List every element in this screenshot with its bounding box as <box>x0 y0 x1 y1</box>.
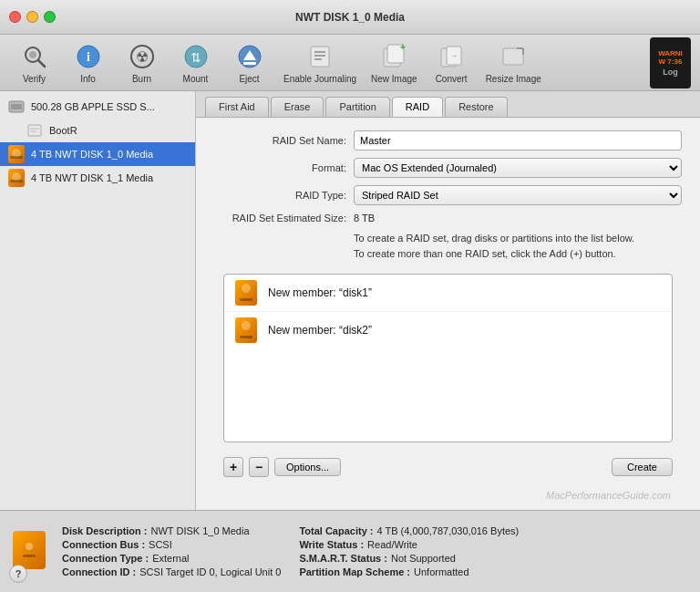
remove-member-button[interactable]: − <box>249 457 269 477</box>
format-select[interactable]: Mac OS Extended (Journaled) <box>354 158 682 178</box>
convert-label: Convert <box>436 74 468 84</box>
svg-rect-11 <box>243 62 256 65</box>
burn-icon: ☢ <box>128 42 157 71</box>
raid-type-row: RAID Type: Striped RAID Set <box>214 185 682 205</box>
disk2-member-icon <box>233 317 259 343</box>
status-desc-field: Disk Description : NWT DISK 1_0 Media <box>62 525 281 536</box>
log-button[interactable]: WARNI W 7:36 Log <box>650 37 691 88</box>
format-label: Format: <box>214 162 346 173</box>
verify-button[interactable]: Verify <box>9 37 59 88</box>
tab-erase[interactable]: Erase <box>271 97 324 117</box>
type-value: External <box>152 553 189 564</box>
status-id-field: Connection ID : SCSI Target ID 0, Logica… <box>62 566 281 577</box>
minimize-button[interactable] <box>26 11 38 23</box>
help-button[interactable]: ? <box>9 565 27 583</box>
resize-image-label: Resize Image <box>486 74 541 84</box>
log-label: Log <box>663 68 678 77</box>
burn-button[interactable]: ☢ Burn <box>117 37 167 88</box>
svg-text:☢: ☢ <box>136 49 149 65</box>
disk2-icon <box>7 169 26 187</box>
convert-icon: → <box>437 42 466 71</box>
log-warn: WARNI <box>658 49 683 57</box>
eject-button[interactable]: Eject <box>224 37 274 88</box>
status-info: Disk Description : NWT DISK 1_0 Media Co… <box>62 525 687 577</box>
create-button[interactable]: Create <box>612 458 673 476</box>
resize-image-button[interactable]: Resize Image <box>480 37 547 88</box>
id-value: SCSI Target ID 0, Logical Unit 0 <box>139 566 281 577</box>
raid-desc-line1: To create a RAID set, drag disks or part… <box>354 231 682 246</box>
info-icon: i <box>74 42 103 71</box>
desc-value: NWT DISK 1_0 Media <box>151 525 250 536</box>
new-image-button[interactable]: + New Image <box>365 37 423 88</box>
info-button[interactable]: i Info <box>63 37 113 88</box>
tab-partition[interactable]: Partition <box>325 97 389 117</box>
window-title: NWT DISK 1_0 Media <box>295 11 405 24</box>
svg-rect-26 <box>11 104 22 109</box>
tab-first-aid[interactable]: First Aid <box>205 97 269 117</box>
sidebar-item-bootr-label: BootR <box>49 125 77 136</box>
watermark: MacPerformanceGuide.com <box>214 488 682 503</box>
maximize-button[interactable] <box>44 11 56 23</box>
status-bus-field: Connection Bus : SCSI <box>62 539 281 550</box>
svg-rect-27 <box>28 125 41 136</box>
sidebar: 500.28 GB APPLE SSD S... BootR 4 TB NWT … <box>0 91 196 510</box>
sidebar-item-disk2[interactable]: 4 TB NWT DISK 1_1 Media <box>0 166 195 190</box>
write-value: Read/Write <box>367 539 417 550</box>
new-image-label: New Image <box>371 74 417 84</box>
mount-label: Mount <box>183 74 209 84</box>
svg-line-1 <box>38 60 45 67</box>
sidebar-item-bootr[interactable]: BootR <box>0 119 195 142</box>
svg-rect-31 <box>23 555 36 557</box>
capacity-value: 4 TB (4,000,787,030,016 Bytes) <box>376 525 519 536</box>
window-controls <box>9 11 56 23</box>
bus-value: SCSI <box>149 539 172 550</box>
statusbar: Disk Description : NWT DISK 1_0 Media Co… <box>0 510 700 592</box>
options-button[interactable]: Options... <box>274 458 341 476</box>
convert-button[interactable]: → Convert <box>427 37 477 88</box>
eject-icon <box>235 42 264 71</box>
raid-set-name-input[interactable] <box>354 130 682 151</box>
add-member-button[interactable]: + <box>223 457 243 477</box>
raid-member-disk1[interactable]: New member: “disk1” <box>224 275 672 312</box>
svg-point-2 <box>29 51 36 58</box>
raid-member-disk2-label: New member: “disk2” <box>268 324 372 337</box>
bus-label: Connection Bus : <box>62 539 145 550</box>
capacity-label: Total Capacity : <box>299 525 373 536</box>
raid-member-disk2[interactable]: New member: “disk2” <box>224 312 672 348</box>
titlebar: NWT DISK 1_0 Media <box>0 0 700 35</box>
verify-icon <box>20 42 49 71</box>
raid-type-select[interactable]: Striped RAID Set <box>354 185 682 205</box>
verify-label: Verify <box>23 74 46 84</box>
mount-button[interactable]: ⇅ Mount <box>170 37 221 88</box>
status-col-left: Disk Description : NWT DISK 1_0 Media Co… <box>62 525 281 577</box>
tab-restore[interactable]: Restore <box>445 97 508 117</box>
svg-text:⇅: ⇅ <box>190 50 201 65</box>
raid-description: To create a RAID set, drag disks or part… <box>354 231 682 261</box>
burn-label: Burn <box>132 74 151 84</box>
format-row: Format: Mac OS Extended (Journaled) <box>214 158 682 178</box>
sidebar-item-ssd-label: 500.28 GB APPLE SSD S... <box>31 101 155 112</box>
close-button[interactable] <box>9 11 21 23</box>
info-label: Info <box>80 74 96 84</box>
main-area: 500.28 GB APPLE SSD S... BootR 4 TB NWT … <box>0 91 700 510</box>
raid-desc-line2: To create more than one RAID set, click … <box>354 246 682 262</box>
tab-raid[interactable]: RAID <box>392 97 443 117</box>
raid-size-row: RAID Set Estimated Size: 8 TB <box>214 213 682 223</box>
write-label: Write Status : <box>299 539 364 550</box>
resize-image-icon <box>499 42 528 71</box>
raid-form: RAID Set Name: Format: Mac OS Extended (… <box>196 118 700 510</box>
sidebar-item-disk1-label: 4 TB NWT DISK 1_0 Media <box>31 149 153 160</box>
ssd-icon <box>7 98 26 116</box>
sidebar-item-disk1[interactable]: 4 TB NWT DISK 1_0 Media <box>0 142 195 166</box>
eject-label: Eject <box>239 74 259 84</box>
sidebar-item-disk2-label: 4 TB NWT DISK 1_1 Media <box>31 172 153 183</box>
svg-rect-12 <box>311 47 329 67</box>
raid-members-list: New member: “disk1” New member: “disk2” <box>223 274 673 442</box>
raid-set-name-label: RAID Set Name: <box>214 135 346 146</box>
mount-icon: ⇅ <box>181 42 211 71</box>
enable-journaling-button[interactable]: Enable Journaling <box>278 37 362 88</box>
status-type-field: Connection Type : External <box>62 553 281 564</box>
sidebar-item-ssd[interactable]: 500.28 GB APPLE SSD S... <box>0 95 195 119</box>
toolbar: Verify i Info ☢ Burn ⇅ Mount <box>0 35 700 91</box>
enable-journaling-icon <box>305 42 335 71</box>
